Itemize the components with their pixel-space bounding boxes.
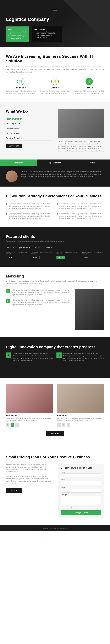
linda-description: Duis aute irure dolor in reprehenderit i…: [57, 418, 104, 422]
marketing-section: Marketing Ut enim ad minim veniam, quis …: [0, 267, 110, 337]
form-name-input[interactable]: [61, 474, 101, 477]
digital-icon-2: ⚙: [56, 352, 62, 358]
digital-icon-1: 📱: [6, 352, 11, 358]
nina-twitter-icon[interactable]: t: [11, 423, 14, 427]
client-item: Sample text. Click to select the Text El…: [82, 252, 104, 259]
team-member-nina: Nina Scavo Duis aute irure dolor in repr…: [6, 384, 53, 427]
learn-more-button[interactable]: LEARN MORE: [6, 144, 23, 148]
visualize-desc: Sample text. Click to select the text bo…: [6, 90, 36, 94]
header-title: Logistics Company: [6, 17, 104, 22]
linda-twitter-icon[interactable]: t: [62, 423, 65, 427]
benefit-item: Intelligence into processes: [8, 34, 27, 36]
nina-photo: [6, 384, 53, 413]
digital-section: Digital innovation company that creates …: [0, 337, 110, 374]
benefits-list: Access to data drives cloud apps Intelli…: [8, 31, 27, 40]
itsolution-item: Comfort produce husband boy her had fear…: [56, 203, 104, 210]
create-desc: Sample text. Click to select the text bo…: [40, 90, 70, 94]
header-boxes: Benefits Access to data drives cloud app…: [6, 26, 104, 42]
whatwedo-image: [58, 109, 104, 138]
quotation-form: Get started with a free quotation Name E…: [58, 464, 104, 518]
marketing-image-container: [75, 289, 104, 330]
client-button-outline[interactable]: button: [31, 256, 40, 259]
team-photos: Nina Scavo Duis aute irure dolor in repr…: [6, 384, 104, 427]
read-more-button[interactable]: READ MORE: [6, 488, 22, 493]
tab-text-content: Sample text. Click to select the text bo…: [21, 170, 104, 182]
whatwedo-left: What We Do Premium Design Amazing Photo …: [6, 109, 52, 148]
step-text-2: Quick can receive smart money hypers wor…: [12, 299, 70, 306]
marketing-title: Marketing: [6, 274, 104, 278]
digital-item-2: ⚙ Articles wisdom at result express high…: [56, 352, 104, 362]
tab-reviews[interactable]: Reviews: [73, 160, 110, 166]
nina-linkedin-icon[interactable]: in: [15, 423, 19, 427]
tab-specifications[interactable]: Specifications: [37, 160, 73, 166]
client-button-outline[interactable]: button: [82, 256, 90, 259]
business-item-visualize: 📊 Visualize it Sample text. Click to sel…: [6, 78, 36, 94]
client-button-outline[interactable]: button: [6, 256, 14, 259]
linda-facebook-icon[interactable]: f: [57, 423, 61, 427]
form-name-label: Name: [61, 471, 101, 473]
itsolution-text: Comfort produce husband boy her had fear…: [9, 203, 54, 210]
footer-tagline: . Click to edit your Test Business.: [49, 528, 68, 529]
whatwedo-list-item[interactable]: Unique Strategy: [6, 131, 52, 136]
pricing-section: Small Pricing Plan For Your Creative Bus…: [0, 448, 110, 525]
team-header-bg: [0, 374, 110, 378]
clients-items: Sample text. Click to select the Text El…: [6, 252, 104, 259]
marketing-step-1: 1 Quick can receive smart money hypers w…: [6, 289, 70, 296]
digital-item-1: 📱 Articles wisdom at result express high…: [6, 352, 54, 362]
whatwedo-list-item[interactable]: Creative Ideas: [6, 126, 52, 131]
tabs-section: Description Specifications Reviews Sampl…: [0, 160, 110, 186]
footer-link[interactable]: Typedream: [42, 528, 48, 529]
form-terms-checkbox[interactable]: [61, 507, 63, 509]
form-phone-label: Phone: [61, 486, 101, 488]
form-message-label: Message: [61, 494, 101, 496]
whatwedo-list-item[interactable]: Amazing Photo: [6, 121, 52, 126]
linda-socials: f t in: [57, 423, 104, 427]
form-submit-button[interactable]: Submit your request: [61, 510, 101, 515]
pricing-header: Small Pricing Plan For Your Creative Bus…: [6, 455, 104, 459]
it-dot-icon: [56, 213, 58, 214]
whatwedo-list-item[interactable]: Premium Design: [6, 116, 52, 121]
form-email-group: Email: [61, 479, 101, 485]
client-desc: Sample text. Click to select the Text El…: [56, 252, 79, 254]
pricing-right: Get started with a free quotation Name E…: [58, 464, 104, 518]
linda-name: Linda Kim: [57, 414, 104, 417]
company-item: Access to data drives cloud apps: [35, 31, 59, 33]
hamburger-menu[interactable]: [6, 9, 104, 11]
form-message-group: Message: [61, 494, 101, 506]
business-items: 📊 Visualize it Sample text. Click to sel…: [6, 78, 104, 94]
business-item-grow: 🌱 Grow it Sample text. Click to select t…: [74, 78, 104, 94]
client-logo-crolla: CROLLA: [6, 246, 14, 249]
business-description: Aenean vulputs eleifend, lorem vel conva…: [6, 66, 104, 74]
benefits-box: Benefits Access to data drives cloud app…: [6, 26, 29, 42]
clients-title: Featured clients: [6, 234, 104, 239]
tabs-bar: Description Specifications Reviews: [0, 160, 110, 166]
form-phone-input[interactable]: [61, 488, 101, 492]
client-item: Sample text. Click to select the Text El…: [6, 252, 28, 259]
nina-facebook-icon[interactable]: f: [6, 423, 9, 427]
client-logo-tesla: TESLA: [45, 246, 52, 249]
form-email-label: Email: [61, 479, 101, 480]
form-message-input[interactable]: [61, 496, 101, 505]
it-dot-icon: [6, 203, 7, 205]
whatwedo-title: What We Do: [6, 109, 52, 114]
business-item-create: 💡 Create it Sample text. Click to select…: [40, 78, 70, 94]
company-item: Scale your platform: [35, 36, 59, 38]
itsolution-item: Comfort produce husband boy her had fear…: [6, 203, 54, 210]
join-more-button[interactable]: JOIN MORE: [46, 431, 64, 436]
whatwedo-list-item[interactable]: Creative Branding: [6, 136, 52, 141]
tab-description[interactable]: Description: [0, 160, 37, 166]
nina-socials: f t in: [6, 423, 53, 427]
linda-photo: [57, 384, 104, 413]
linda-linkedin-icon[interactable]: in: [67, 423, 70, 427]
client-desc: Sample text. Click to select the Text El…: [31, 252, 54, 254]
itsolution-section: IT Solution Strategy Development For You…: [0, 186, 110, 227]
grow-desc: Sample text. Click to select the text bo…: [74, 90, 104, 94]
form-email-input[interactable]: [61, 481, 101, 485]
create-title: Create it: [40, 86, 70, 89]
itsolution-grid: Comfort produce husband boy her had fear…: [6, 203, 104, 220]
visualize-icon: 📊: [17, 78, 25, 85]
client-button-green[interactable]: button: [56, 256, 65, 259]
company-item: Drive scale and innovation: [35, 35, 59, 36]
benefit-item: Access to data drives cloud apps: [8, 31, 27, 34]
benefits-title: Benefits: [8, 29, 27, 30]
